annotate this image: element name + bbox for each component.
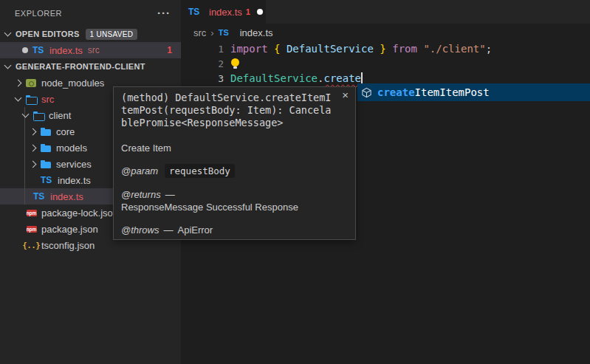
vscode-window: EXPLORER ··· OPEN EDITORS 1 UNSAVED inde… xyxy=(0,0,590,364)
chevron-down-icon xyxy=(22,111,30,118)
chevron-spacer xyxy=(30,178,35,183)
unsaved-badge: 1 UNSAVED xyxy=(86,29,138,40)
node-modules-folder-icon xyxy=(26,78,37,89)
chevron-right-icon xyxy=(30,160,37,168)
returns-tag-label: @returns xyxy=(121,188,161,201)
folder-open-icon xyxy=(26,94,37,105)
dash-separator: — xyxy=(165,188,175,201)
tree-item-label: tsconfig.json xyxy=(41,240,95,251)
line-content: DefaultService.create xyxy=(230,72,363,85)
json-config-icon xyxy=(26,240,37,251)
code-token: DefaultService xyxy=(287,43,374,55)
ts-icon xyxy=(41,175,53,186)
chevron-spacer xyxy=(16,227,21,232)
error-count-badge: 1 xyxy=(167,45,172,55)
throws-tag-row: @throws—ApiError xyxy=(121,224,348,236)
text-cursor xyxy=(361,72,363,85)
tree-item-label: src xyxy=(41,94,54,105)
open-editor-description: src xyxy=(88,45,100,55)
open-editors-label: OPEN EDITORS xyxy=(16,30,80,38)
line-content: import { DefaultService } from "./client… xyxy=(230,43,492,55)
tab-index-ts[interactable]: index.ts 1 xyxy=(181,0,266,24)
breadcrumb-folder[interactable]: src xyxy=(193,27,206,38)
tree-item-label: services xyxy=(56,159,92,170)
chevron-down-icon xyxy=(4,30,12,37)
code-token: create xyxy=(323,72,361,84)
signature-line: temPost(requestBody: Item): Cancela xyxy=(121,104,348,117)
workspace-label: GENERATE-FRONTEND-CLIENT xyxy=(16,62,145,71)
explorer-title-bar: EXPLORER ··· xyxy=(0,0,181,26)
param-tag-label: @param xyxy=(121,165,158,177)
suggest-match-text: create xyxy=(377,86,415,98)
line-content xyxy=(230,58,241,69)
tree-item-label: models xyxy=(56,142,87,154)
code-token: import xyxy=(230,43,268,55)
open-editors-section-header[interactable]: OPEN EDITORS 1 UNSAVED xyxy=(0,26,181,42)
code-token: { xyxy=(274,43,280,55)
open-editor-item[interactable]: index.ts src 1 xyxy=(0,42,181,58)
indent-guide xyxy=(24,107,25,205)
more-actions-icon[interactable]: ··· xyxy=(157,10,171,17)
code-editor[interactable]: 1import { DefaultService } from "./clien… xyxy=(181,41,590,86)
npm-icon xyxy=(26,207,37,219)
workspace-section-header[interactable]: GENERATE-FRONTEND-CLIENT xyxy=(0,58,181,75)
breadcrumb: src › index.ts xyxy=(181,24,590,41)
tab-filename: index.ts xyxy=(209,7,242,18)
chevron-spacer xyxy=(16,243,21,248)
tree-item-label: index.ts xyxy=(50,191,83,202)
breadcrumb-file[interactable]: index.ts xyxy=(240,27,273,38)
lightbulb-icon[interactable] xyxy=(230,58,241,69)
code-token xyxy=(374,43,380,55)
returns-tag-row: @returns—ResponseMessage Successful Resp… xyxy=(121,188,348,213)
chevron-right-icon xyxy=(30,128,37,135)
throws-tag-value: ApiError xyxy=(178,224,213,236)
line-number: 1 xyxy=(181,44,224,55)
code-token xyxy=(386,43,392,55)
dash-separator: — xyxy=(164,224,174,236)
method-icon xyxy=(361,87,372,98)
open-editor-filename: index.ts xyxy=(49,45,83,56)
chevron-right-icon xyxy=(15,79,22,86)
folder-icon xyxy=(41,126,52,137)
tree-item-label: package-lock.json xyxy=(41,207,118,219)
code-token: DefaultService xyxy=(230,72,318,84)
code-token xyxy=(280,43,286,55)
modified-dot-icon xyxy=(22,47,28,53)
modified-dot-icon[interactable] xyxy=(257,9,263,15)
code-token: ; xyxy=(486,43,492,55)
typescript-file-icon xyxy=(188,7,201,18)
tree-item-label: core xyxy=(56,126,75,137)
folder-icon xyxy=(41,142,52,154)
chevron-down-icon xyxy=(15,95,22,102)
signature-line: (method) DefaultService.createItemI xyxy=(121,92,348,104)
hover-popup: (method) DefaultService.createItemItemPo… xyxy=(113,86,356,240)
tree-item-label: client xyxy=(49,110,71,121)
code-token: from xyxy=(392,43,417,55)
param-tag-value: requestBody xyxy=(165,164,235,178)
suggest-widget: createItemItemPost xyxy=(357,83,590,101)
tab-bar: index.ts 1 xyxy=(181,0,590,24)
suggest-item[interactable]: createItemItemPost xyxy=(357,83,590,101)
code-line[interactable]: 2 xyxy=(181,56,590,71)
hover-signature: (method) DefaultService.createItemItemPo… xyxy=(121,92,348,129)
code-token xyxy=(268,43,274,55)
ts-icon xyxy=(33,191,46,202)
code-token: } xyxy=(380,43,385,55)
explorer-title: EXPLORER xyxy=(15,9,62,18)
code-token: . xyxy=(318,72,323,84)
tree-item-label: node_modules xyxy=(41,78,104,89)
typescript-file-icon xyxy=(32,45,45,56)
hover-description: Create Item xyxy=(121,142,348,154)
returns-tag-value: ResponseMessage Successful Response xyxy=(121,201,298,213)
close-icon[interactable]: × xyxy=(342,89,349,100)
folder-open-icon xyxy=(33,110,44,121)
tree-item-label: index.ts xyxy=(58,175,91,186)
chevron-spacer xyxy=(16,210,21,216)
code-token xyxy=(417,43,423,55)
code-line[interactable]: 1import { DefaultService } from "./clien… xyxy=(181,41,590,56)
line-number: 2 xyxy=(181,58,224,69)
breadcrumb-separator: › xyxy=(210,27,213,38)
signature-line: blePromise<ResponseMessage> xyxy=(121,117,348,129)
typescript-file-icon xyxy=(219,27,231,38)
throws-tag-label: @throws xyxy=(121,224,159,236)
